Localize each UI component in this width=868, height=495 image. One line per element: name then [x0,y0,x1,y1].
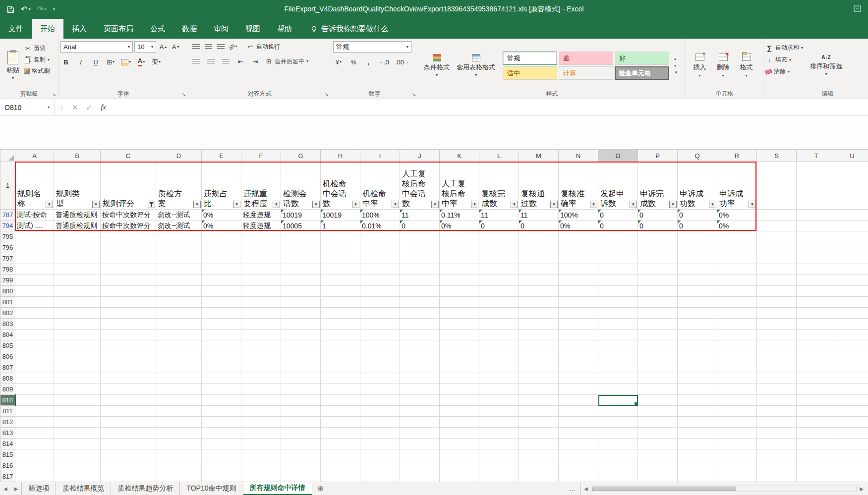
redo-dropdown-icon[interactable]: ▾ [45,7,47,11]
cell-A810[interactable] [15,395,54,406]
cell-S805[interactable] [757,340,797,351]
increase-indent-button[interactable]: ⇥ [250,56,261,67]
sheet-tab-质检结果概览[interactable]: 质检结果概览 [56,482,111,495]
cell-H797[interactable] [321,253,360,264]
cell-L798[interactable] [479,264,519,275]
cell-A797[interactable] [15,253,54,264]
row-header-805[interactable]: 805 [0,340,15,351]
cell-R806[interactable] [717,351,757,362]
cell-J817[interactable] [400,471,440,482]
cell-J803[interactable] [400,319,440,330]
cell-C799[interactable] [101,275,156,286]
cell-A804[interactable] [15,330,54,340]
cell-D1[interactable]: 质检方 案▼ [156,162,202,210]
cell-E806[interactable] [202,351,241,362]
cell-T809[interactable] [797,384,836,395]
row-header-809[interactable]: 809 [0,384,15,395]
cell-C816[interactable] [101,460,156,471]
cell-C805[interactable] [101,340,156,351]
cell-B796[interactable] [54,242,101,253]
cell-S806[interactable] [757,351,797,362]
font-size-select[interactable]: 10▾ [134,41,156,53]
cell-I807[interactable] [360,362,400,373]
cell-N794[interactable]: 0% [559,220,598,231]
cell-B797[interactable] [54,253,101,264]
cell-R817[interactable] [717,471,757,482]
row-header-808[interactable]: 808 [0,373,15,384]
cell-S801[interactable] [757,297,797,308]
cell-M808[interactable] [519,373,559,384]
cell-N796[interactable] [559,242,598,253]
cell-P1[interactable]: 申诉完 成数▼ [638,162,678,210]
cell-C808[interactable] [101,373,156,384]
cell-S815[interactable] [757,449,797,460]
cell-D815[interactable] [156,449,202,460]
cell-F809[interactable] [241,384,281,395]
cell-F802[interactable] [241,308,281,319]
cell-U809[interactable] [836,384,868,395]
cell-U817[interactable] [836,471,868,482]
cell-K801[interactable] [440,297,479,308]
row-header-817[interactable]: 817 [0,471,15,482]
font-size-dropdown-icon[interactable]: ▾ [151,45,153,49]
scroll-left-icon[interactable]: ◀ [581,486,591,492]
row-header-797[interactable]: 797 [0,253,15,264]
cell-J808[interactable] [400,373,440,384]
cell-P799[interactable] [638,275,678,286]
cell-L812[interactable] [479,417,519,428]
cell-T808[interactable] [797,373,836,384]
cell-D811[interactable] [156,406,202,417]
column-header-B[interactable]: B [54,150,101,162]
cell-T810[interactable] [797,395,836,406]
cell-H804[interactable] [321,330,360,340]
cell-N806[interactable] [559,351,598,362]
filter-dropdown-button[interactable]: ▼ [46,201,53,208]
cell-U796[interactable] [836,242,868,253]
cell-R816[interactable] [717,460,757,471]
fill-color-button[interactable]: ▾ [120,56,132,67]
cell-S808[interactable] [757,373,797,384]
cell-K811[interactable] [440,406,479,417]
cell-R815[interactable] [717,449,757,460]
copy-dropdown-icon[interactable]: ▾ [48,58,50,62]
cell-M798[interactable] [519,264,559,275]
cell-S1[interactable] [757,162,797,210]
format-painter-button[interactable]: 格式刷 [24,67,50,75]
cell-T800[interactable] [797,286,836,297]
cell-B799[interactable] [54,275,101,286]
cell-I798[interactable] [360,264,400,275]
cell-Q1[interactable]: 申诉成 功数▼ [678,162,717,210]
cell-E787[interactable]: 0% [202,210,241,220]
decrease-indent-button[interactable]: ⇤ [235,56,246,67]
cell-J806[interactable] [400,351,440,362]
cell-Q810[interactable] [678,395,717,406]
cell-U806[interactable] [836,351,868,362]
cell-O1[interactable]: 发起申 诉数▼ [598,162,638,210]
font-name-dropdown-icon[interactable]: ▾ [128,45,130,49]
ribbon-tab-开始[interactable]: 开始 [32,19,63,39]
cell-M787[interactable]: 11 [519,210,559,220]
row-header-816[interactable]: 816 [0,460,15,471]
column-header-L[interactable]: L [479,150,519,162]
row-header-803[interactable]: 803 [0,319,15,330]
ribbon-tab-帮助[interactable]: 帮助 [269,19,300,39]
cell-P800[interactable] [638,286,678,297]
cell-T796[interactable] [797,242,836,253]
cell-B1[interactable]: 规则类 型▼ [54,162,101,210]
cell-B808[interactable] [54,373,101,384]
cell-F816[interactable] [241,460,281,471]
cell-U802[interactable] [836,308,868,319]
cell-F814[interactable] [241,439,281,449]
cell-Q799[interactable] [678,275,717,286]
cell-O797[interactable] [598,253,638,264]
cell-Q808[interactable] [678,373,717,384]
cell-M794[interactable]: 0 [519,220,559,231]
cell-U798[interactable] [836,264,868,275]
sheet-nav-prev-icon[interactable]: ◀ [0,482,11,495]
font-color-button[interactable]: A▾ [136,56,147,67]
row-header-810[interactable]: 810 [0,395,15,406]
cell-D797[interactable] [156,253,202,264]
cell-G809[interactable] [281,384,321,395]
cell-U816[interactable] [836,460,868,471]
cell-R813[interactable] [717,428,757,439]
